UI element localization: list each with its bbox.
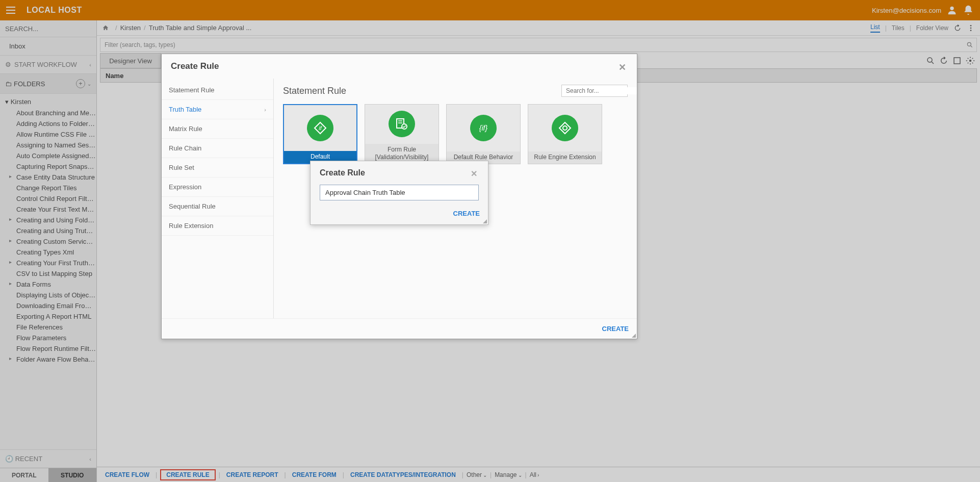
card-label: Rule Engine Extension — [528, 151, 602, 164]
category-item[interactable]: Sequential Rule — [162, 197, 273, 216]
category-item[interactable]: Rule Set — [162, 158, 273, 177]
chevron-right-icon: › — [264, 107, 266, 113]
modal-title: Create Rule — [171, 61, 219, 71]
svg-point-20 — [563, 126, 567, 130]
rule-template-card[interactable]: {if}Default Rule Behavior — [446, 104, 521, 164]
small-modal-title: Create Rule — [320, 168, 365, 177]
category-item[interactable]: Expression — [162, 177, 273, 197]
rule-categories: Statement RuleTruth Table›Matrix RuleRul… — [162, 79, 274, 318]
category-item[interactable]: Statement Rule — [162, 81, 273, 100]
close-icon[interactable]: ✕ — [471, 169, 479, 177]
rule-name-input[interactable] — [320, 185, 479, 200]
category-item[interactable]: Rule Extension — [162, 216, 273, 236]
category-item[interactable]: Matrix Rule — [162, 119, 273, 139]
create-button[interactable]: CREATE — [453, 210, 480, 217]
create-button[interactable]: CREATE — [602, 325, 629, 333]
rule-template-card[interactable]: ifDefault — [283, 104, 357, 164]
svg-text:{if}: {if} — [479, 124, 488, 132]
rule-template-card[interactable]: Form Rule [Validation/Visibility] — [365, 104, 439, 164]
category-item[interactable]: Truth Table› — [162, 100, 273, 119]
resize-handle-icon[interactable] — [482, 218, 487, 223]
category-item[interactable]: Rule Chain — [162, 139, 273, 158]
close-icon[interactable]: ✕ — [618, 62, 628, 71]
svg-text:if: if — [319, 125, 322, 131]
template-search[interactable] — [561, 85, 628, 97]
name-rule-modal: Create Rule ✕ CREATE — [310, 161, 488, 225]
resize-handle-icon[interactable] — [631, 333, 636, 338]
rule-template-card[interactable]: Rule Engine Extension — [528, 104, 602, 164]
template-search-input[interactable] — [566, 87, 637, 94]
category-title: Statement Rule — [283, 86, 346, 96]
